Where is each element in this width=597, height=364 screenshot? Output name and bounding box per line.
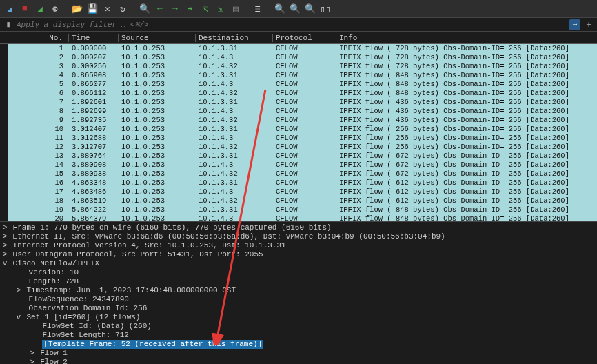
- table-row[interactable]: 123.01270710.1.0.25310.1.4.32CFLOWIPFIX …: [0, 143, 597, 152]
- table-row[interactable]: 91.89273510.1.0.25310.1.4.32CFLOWIPFIX f…: [0, 116, 597, 125]
- tree-line[interactable]: > Flow 2: [0, 358, 597, 364]
- table-row[interactable]: 153.88093810.1.0.25310.1.4.32CFLOWIPFIX …: [0, 170, 597, 179]
- table-row[interactable]: 174.86348610.1.0.25310.1.4.3CFLOWIPFIX f…: [0, 188, 597, 196]
- tree-toggle-icon[interactable]: >: [15, 286, 22, 295]
- display-filter-input[interactable]: [17, 19, 567, 31]
- stop-icon[interactable]: ■: [18, 2, 32, 16]
- col-header-protocol[interactable]: Protocol: [273, 34, 336, 42]
- zoom-in-icon[interactable]: 🔍: [273, 2, 287, 16]
- packet-list-header: No. Time Source Destination Protocol Inf…: [0, 32, 597, 44]
- find-icon[interactable]: 🔍: [138, 2, 152, 16]
- resize-cols-icon[interactable]: ▯▯: [318, 2, 332, 16]
- tree-toggle-icon[interactable]: >: [1, 232, 8, 241]
- goto-icon[interactable]: ➔: [183, 2, 197, 16]
- bookmark-icon[interactable]: ▮: [3, 19, 14, 30]
- table-row[interactable]: 164.86334810.1.0.25310.1.3.31CFLOWIPFIX …: [0, 179, 597, 188]
- tree-toggle-icon[interactable]: >: [29, 358, 36, 364]
- tree-toggle-icon[interactable]: v: [15, 313, 22, 322]
- col-header-no[interactable]: No.: [0, 34, 69, 42]
- close-file-icon[interactable]: ✕: [101, 2, 114, 16]
- tree-line[interactable]: > Timestamp: Jun 1, 2023 17:40:48.000000…: [0, 286, 597, 295]
- table-row[interactable]: 81.89269910.1.0.25310.1.4.3CFLOWIPFIX fl…: [0, 107, 597, 116]
- table-row[interactable]: 195.86422210.1.0.25310.1.3.31CFLOWIPFIX …: [0, 205, 597, 214]
- reload-icon[interactable]: ↻: [116, 2, 130, 16]
- colorize-icon[interactable]: ≣: [251, 2, 265, 16]
- packet-list-panel: No. Time Source Destination Protocol Inf…: [0, 32, 597, 221]
- table-row[interactable]: 113.01268810.1.0.25310.1.4.3CFLOWIPFIX f…: [0, 134, 597, 143]
- tree-line[interactable]: > Flow 1: [0, 349, 597, 358]
- tree-line[interactable]: FlowSet Id: (Data) (260): [0, 322, 597, 331]
- col-header-time[interactable]: Time: [69, 34, 119, 42]
- last-icon[interactable]: ⇲: [214, 2, 227, 16]
- tree-line[interactable]: Observation Domain Id: 256: [0, 304, 597, 313]
- table-row[interactable]: 133.88076410.1.0.25310.1.3.31CFLOWIPFIX …: [0, 152, 597, 161]
- tree-line[interactable]: Version: 10: [0, 268, 597, 277]
- zoom-out-icon[interactable]: 🔍: [288, 2, 302, 16]
- tree-line[interactable]: [Template Frame: 52 (received after this…: [0, 340, 597, 349]
- table-row[interactable]: 205.86437910.1.0.25310.1.4.3CFLOWIPFIX f…: [0, 214, 597, 221]
- tree-line[interactable]: Length: 728: [0, 277, 597, 286]
- tree-line[interactable]: > Internet Protocol Version 4, Src: 10.1…: [0, 241, 597, 250]
- table-row[interactable]: 143.88090810.1.0.25310.1.4.3CFLOWIPFIX f…: [0, 161, 597, 170]
- tree-toggle-icon[interactable]: >: [29, 349, 36, 358]
- display-filter-bar: ▮ → ＋: [0, 18, 597, 32]
- tree-line[interactable]: > Frame 1: 770 bytes on wire (6160 bits)…: [0, 223, 597, 232]
- packet-rows[interactable]: 10.00000010.1.0.25310.1.3.31CFLOWIPFIX f…: [0, 44, 597, 221]
- tree-toggle-icon[interactable]: >: [1, 250, 8, 259]
- tree-line[interactable]: v Set 1 [id=260] (12 flows): [0, 313, 597, 322]
- table-row[interactable]: 103.01240710.1.0.25310.1.3.31CFLOWIPFIX …: [0, 125, 597, 134]
- table-row[interactable]: 10.00000010.1.0.25310.1.3.31CFLOWIPFIX f…: [0, 44, 597, 53]
- col-header-info[interactable]: Info: [336, 34, 597, 42]
- shark-fin-icon[interactable]: ◢: [3, 2, 17, 16]
- tree-toggle-icon[interactable]: >: [1, 241, 8, 250]
- table-row[interactable]: 20.00020710.1.0.25310.1.4.3CFLOWIPFIX fl…: [0, 53, 597, 62]
- open-icon[interactable]: 📂: [70, 2, 84, 16]
- autoscroll-icon[interactable]: ▤: [229, 2, 243, 16]
- tree-line[interactable]: v Cisco NetFlow/IPFIX: [0, 259, 597, 268]
- tree-line[interactable]: FlowSequence: 24347890: [0, 295, 597, 304]
- tree-toggle-icon[interactable]: v: [1, 259, 8, 268]
- next-icon[interactable]: →: [168, 2, 182, 16]
- tree-toggle-icon[interactable]: >: [1, 223, 8, 232]
- table-row[interactable]: 50.86607710.1.0.25310.1.4.3CFLOWIPFIX fl…: [0, 80, 597, 89]
- zoom-reset-icon[interactable]: 🔍: [303, 2, 317, 16]
- table-row[interactable]: 184.86351910.1.0.25310.1.4.32CFLOWIPFIX …: [0, 196, 597, 205]
- first-icon[interactable]: ⇱: [199, 2, 212, 16]
- table-row[interactable]: 60.86611210.1.0.25310.1.4.32CFLOWIPFIX f…: [0, 89, 597, 98]
- tree-line[interactable]: FlowSet Length: 712: [0, 331, 597, 340]
- table-row[interactable]: 71.89260110.1.0.25310.1.3.31CFLOWIPFIX f…: [0, 98, 597, 107]
- restart-capture-icon[interactable]: ◢: [33, 2, 47, 16]
- tree-line[interactable]: > Ethernet II, Src: VMware_b3:6a:d6 (00:…: [0, 232, 597, 241]
- prev-icon[interactable]: ←: [153, 2, 167, 16]
- packet-details-panel[interactable]: > Frame 1: 770 bytes on wire (6160 bits)…: [0, 221, 597, 364]
- options-icon[interactable]: ⚙: [48, 2, 62, 16]
- filter-apply-icon[interactable]: →: [569, 19, 580, 30]
- tree-line[interactable]: > User Datagram Protocol, Src Port: 5143…: [0, 250, 597, 259]
- col-header-destination[interactable]: Destination: [196, 34, 273, 42]
- save-icon[interactable]: 💾: [85, 2, 99, 16]
- main-toolbar: ◢■◢⚙📂💾✕↻🔍←→➔⇱⇲▤≣🔍🔍🔍▯▯: [0, 0, 597, 18]
- col-header-source[interactable]: Source: [119, 34, 196, 42]
- table-row[interactable]: 40.86590810.1.0.25310.1.3.31CFLOWIPFIX f…: [0, 71, 597, 80]
- filter-add-icon[interactable]: ＋: [583, 19, 594, 30]
- table-row[interactable]: 30.00025610.1.0.25310.1.4.32CFLOWIPFIX f…: [0, 62, 597, 71]
